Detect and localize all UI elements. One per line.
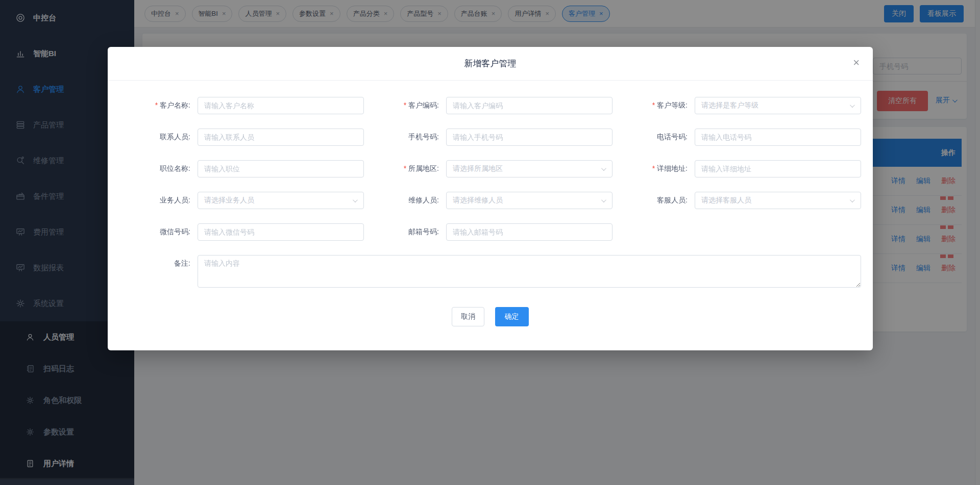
customer-code-input[interactable]	[446, 97, 612, 114]
field-label-contact-person: 联系人员:	[139, 133, 190, 142]
form-field-region: *所属地区:请选择所属地区	[388, 160, 612, 177]
chevron-down-icon	[850, 103, 855, 108]
select-placeholder: 请选择维修人员	[453, 196, 601, 205]
select-placeholder: 请选择是客户等级	[701, 101, 850, 110]
field-label-position: 职位名称:	[139, 164, 190, 173]
contact-person-input[interactable]	[198, 129, 364, 146]
field-label-telephone: 电话号码:	[636, 133, 688, 142]
remark-textarea[interactable]	[198, 255, 861, 288]
confirm-button[interactable]: 确定	[495, 307, 529, 326]
field-label-customer-level: *客户等级:	[636, 101, 688, 110]
field-label-mobile: 手机号码:	[388, 133, 439, 142]
sales-person-select[interactable]: 请选择业务人员	[198, 192, 364, 209]
mobile-input[interactable]	[446, 129, 612, 146]
form-field-service-person: 客服人员:请选择客服人员	[636, 192, 861, 209]
address-input[interactable]	[695, 160, 861, 177]
required-asterisk: *	[155, 101, 158, 109]
field-label-repair-person: 维修人员:	[388, 196, 439, 205]
region-select[interactable]: 请选择所属地区	[446, 160, 612, 177]
cancel-button[interactable]: 取消	[452, 307, 484, 326]
modal-title: 新增客户管理	[108, 47, 873, 81]
required-asterisk: *	[652, 101, 655, 109]
field-label-service-person: 客服人员:	[636, 196, 688, 205]
customer-form: *客户名称:*客户编码:*客户等级:请选择是客户等级联系人员:手机号码:电话号码…	[139, 97, 861, 241]
chevron-down-icon	[850, 197, 855, 202]
required-asterisk: *	[404, 101, 406, 109]
required-asterisk: *	[652, 164, 655, 172]
remark-row: 备注:	[139, 255, 861, 288]
field-label-region: *所属地区:	[388, 164, 439, 173]
form-field-address: *详细地址:	[636, 160, 861, 177]
service-person-select[interactable]: 请选择客服人员	[695, 192, 861, 209]
customer-name-input[interactable]	[198, 97, 364, 114]
required-asterisk: *	[404, 164, 406, 172]
position-input[interactable]	[198, 160, 364, 177]
chevron-down-icon	[353, 197, 358, 202]
form-field-sales-person: 业务人员:请选择业务人员	[139, 192, 364, 209]
add-customer-modal: 新增客户管理 × *客户名称:*客户编码:*客户等级:请选择是客户等级联系人员:…	[108, 47, 873, 350]
select-placeholder: 请选择客服人员	[701, 196, 850, 205]
chevron-down-icon	[601, 166, 606, 171]
select-placeholder: 请选择业务人员	[204, 196, 353, 205]
field-label-wechat: 微信号码:	[139, 227, 190, 237]
form-field-customer-code: *客户编码:	[388, 97, 612, 114]
field-label-email: 邮箱号码:	[388, 227, 439, 237]
telephone-input[interactable]	[695, 129, 861, 146]
field-label-customer-code: *客户编码:	[388, 101, 439, 110]
form-field-telephone: 电话号码:	[636, 129, 861, 146]
modal-header: 新增客户管理 ×	[108, 47, 873, 81]
form-field-repair-person: 维修人员:请选择维修人员	[388, 192, 612, 209]
select-placeholder: 请选择所属地区	[453, 164, 601, 173]
form-field-email: 邮箱号码:	[388, 223, 612, 241]
customer-level-select[interactable]: 请选择是客户等级	[695, 97, 861, 114]
field-label-customer-name: *客户名称:	[139, 101, 190, 110]
form-field-mobile: 手机号码:	[388, 129, 612, 146]
field-label-address: *详细地址:	[636, 164, 688, 173]
field-label-remark: 备注:	[139, 255, 190, 268]
field-label-sales-person: 业务人员:	[139, 196, 190, 205]
form-field-position: 职位名称:	[139, 160, 364, 177]
form-field-wechat: 微信号码:	[139, 223, 364, 241]
close-icon[interactable]: ×	[853, 47, 860, 79]
form-field-contact-person: 联系人员:	[139, 129, 364, 146]
modal-body: *客户名称:*客户编码:*客户等级:请选择是客户等级联系人员:手机号码:电话号码…	[108, 81, 873, 288]
modal-footer: 取消 确定	[108, 288, 873, 326]
repair-person-select[interactable]: 请选择维修人员	[446, 192, 612, 209]
wechat-input[interactable]	[198, 223, 364, 241]
email-input[interactable]	[446, 223, 612, 241]
form-field-customer-level: *客户等级:请选择是客户等级	[636, 97, 861, 114]
chevron-down-icon	[601, 197, 606, 202]
form-field-customer-name: *客户名称:	[139, 97, 364, 114]
